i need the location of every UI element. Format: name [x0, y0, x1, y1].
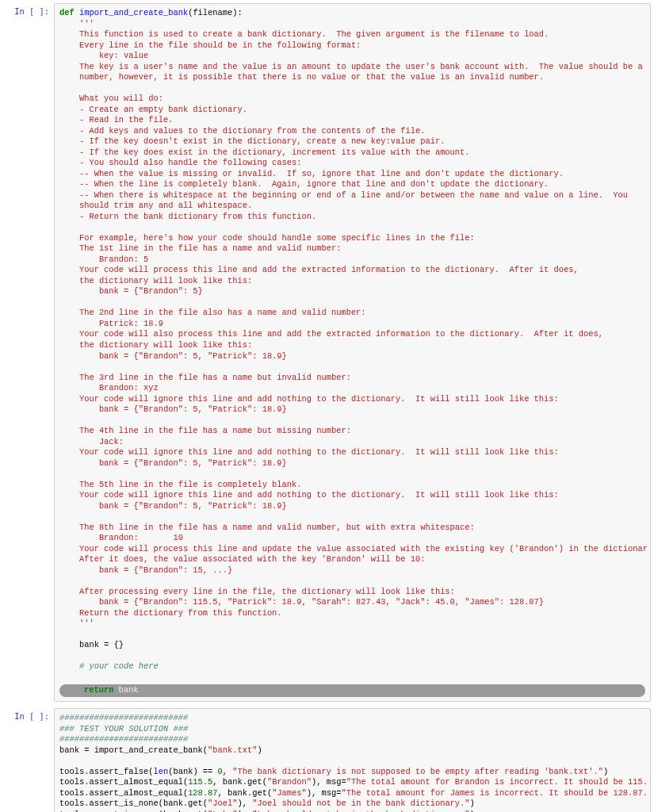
code-input-area[interactable]: ########################## ### TEST YOUR…	[54, 708, 651, 812]
cell-prompt: In [ ]:	[3, 3, 54, 702]
code-input-area[interactable]: def import_and_create_bank(filename): ''…	[54, 3, 651, 702]
cell-prompt: In [ ]:	[3, 708, 54, 812]
code-content[interactable]: ########################## ### TEST YOUR…	[59, 713, 645, 812]
highlighted-code: return bank	[59, 684, 645, 697]
code-cell: In [ ]:def import_and_create_bank(filena…	[3, 3, 651, 702]
code-content[interactable]: def import_and_create_bank(filename): ''…	[59, 8, 645, 683]
highlighted-line[interactable]: return bank	[59, 684, 645, 697]
code-cell: In [ ]:########################## ### TE…	[3, 708, 651, 812]
